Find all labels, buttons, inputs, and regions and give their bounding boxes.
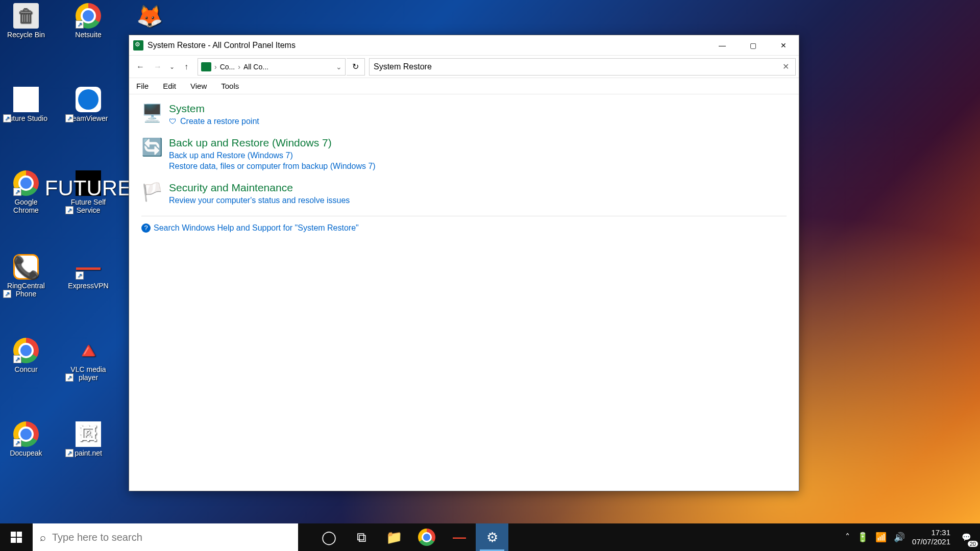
breadcrumb-segment[interactable]: Co... (220, 63, 235, 71)
result-title-backup[interactable]: Back up and Restore (Windows 7) (169, 137, 376, 149)
desktop-icon-google-chrome[interactable]: Google Chrome (3, 170, 49, 214)
shield-icon (169, 117, 178, 126)
menu-edit[interactable]: Edit (160, 80, 179, 92)
backup-icon: 🔄 (141, 137, 163, 158)
taskbar-search[interactable]: ⌕ (33, 523, 298, 551)
minimize-button[interactable]: — (707, 35, 738, 56)
titlebar[interactable]: System Restore - All Control Panel Items… (129, 35, 799, 56)
window-title: System Restore - All Control Panel Items (148, 41, 707, 50)
shortcut-arrow-icon (65, 373, 74, 382)
separator (141, 216, 787, 216)
teamviewer-icon (76, 87, 101, 112)
taskbar-chrome[interactable] (410, 523, 443, 551)
desktop-icon-label: Concur (3, 365, 49, 373)
menu-tools[interactable]: Tools (218, 80, 242, 92)
chevron-right-icon: › (238, 63, 240, 71)
vlc-icon (76, 338, 101, 363)
control-panel-icon (133, 40, 143, 51)
maximize-button[interactable]: ▢ (738, 35, 768, 56)
result-system: 🖥️ System Create a restore point (141, 103, 787, 128)
desktop-icon-label: Google Chrome (3, 198, 49, 214)
shortcut-arrow-icon (13, 355, 21, 363)
nav-toolbar: ← → ⌄ ↑ › Co... › All Co... ⌄ ↻ ✕ (129, 56, 799, 78)
breadcrumb-segment[interactable]: All Co... (243, 63, 268, 71)
future-icon: FUTURE (76, 170, 101, 196)
result-title-security[interactable]: Security and Maintenance (169, 182, 350, 194)
tray-overflow-button[interactable]: ˄ (845, 532, 850, 543)
shortcut-arrow-icon (3, 114, 11, 122)
close-button[interactable]: ✕ (768, 35, 799, 56)
future-studio-icon (13, 87, 39, 112)
ringcentral-icon (13, 254, 39, 280)
shortcut-arrow-icon (13, 439, 21, 447)
menu-bar: File Edit View Tools (129, 78, 799, 94)
notification-count: 20 (968, 541, 978, 547)
battery-icon[interactable]: 🔋 (857, 532, 868, 543)
shortcut-arrow-icon (3, 290, 11, 298)
taskbar-control-panel[interactable]: ⚙ (476, 523, 508, 551)
menu-view[interactable]: View (187, 80, 210, 92)
desktop-icon-ringcentral[interactable]: RingCentral Phone (3, 254, 49, 298)
search-box[interactable]: ✕ (369, 58, 796, 76)
system-icon: 🖥️ (141, 103, 163, 124)
taskbar-file-explorer[interactable]: 📁 (378, 523, 410, 551)
system-tray: ˄ 🔋 📶 🔊 17:31 07/07/2021 💬 20 (845, 528, 980, 546)
shortcut-arrow-icon (65, 206, 74, 214)
chrome-icon (13, 338, 39, 363)
help-search-link[interactable]: ? Search Windows Help and Support for "S… (141, 223, 787, 233)
control-panel-icon (201, 62, 211, 71)
desktop-icon-concur[interactable]: Concur (3, 338, 49, 373)
desktop-icon-docupeak[interactable]: Docupeak (3, 421, 49, 457)
taskbar-expressvpn[interactable]: — (443, 523, 476, 551)
clear-search-button[interactable]: ✕ (780, 62, 791, 71)
shortcut-arrow-icon (76, 271, 84, 280)
desktop-icon-expressvpn[interactable]: ExpressVPN (65, 254, 111, 290)
taskbar-search-input[interactable] (52, 532, 291, 543)
help-icon: ? (141, 223, 151, 233)
task-view-button[interactable]: ⧉ (345, 523, 378, 551)
desktop-icon-paintnet[interactable]: paint.net (65, 421, 111, 457)
desktop-icon-recycle-bin[interactable]: Recycle Bin (3, 3, 49, 39)
desktop-icon-label: Docupeak (3, 449, 49, 457)
cortana-button[interactable]: ◯ (312, 523, 345, 551)
up-button[interactable]: ↑ (178, 59, 194, 75)
refresh-button[interactable]: ↻ (347, 58, 365, 76)
menu-file[interactable]: File (133, 80, 152, 92)
desktop-icon-vlc[interactable]: VLC media player (65, 338, 111, 382)
link-review-status[interactable]: Review your computer's status and resolv… (169, 196, 350, 205)
link-backup-restore[interactable]: Back up and Restore (Windows 7) (169, 151, 376, 160)
time-label: 17:31 (912, 528, 950, 537)
desktop-icon-future-self-service[interactable]: FUTURE Future Self Service (65, 170, 111, 214)
chrome-icon (13, 170, 39, 196)
recent-dropdown[interactable]: ⌄ (167, 59, 177, 75)
address-bar[interactable]: › Co... › All Co... ⌄ (198, 58, 346, 76)
desktop-icon-future-studio[interactable]: Future Studio (3, 87, 49, 122)
chrome-icon (76, 3, 101, 29)
desktop-icon-label: Netsuite (65, 31, 111, 39)
flag-icon: 🏳️ (141, 182, 163, 203)
link-create-restore-point[interactable]: Create a restore point (169, 117, 259, 126)
wifi-icon[interactable]: 📶 (875, 532, 887, 543)
volume-icon[interactable]: 🔊 (894, 532, 905, 543)
chevron-down-icon[interactable]: ⌄ (336, 63, 342, 71)
back-button[interactable]: ← (132, 59, 149, 75)
desktop-icon-firefox[interactable] (127, 3, 173, 31)
shortcut-arrow-icon (65, 449, 74, 457)
forward-button[interactable]: → (150, 59, 166, 75)
desktop-icon-teamviewer[interactable]: TeamViewer (65, 87, 111, 122)
bin-icon (13, 3, 39, 29)
start-button[interactable] (0, 523, 33, 551)
clock[interactable]: 17:31 07/07/2021 (912, 528, 950, 546)
desktop-icon-label: ExpressVPN (65, 282, 111, 290)
action-center-button[interactable]: 💬 20 (958, 529, 975, 546)
shortcut-arrow-icon (13, 188, 21, 196)
result-title-system[interactable]: System (169, 103, 259, 115)
chevron-right-icon: › (214, 63, 217, 71)
desktop-icon-label: Recycle Bin (3, 31, 49, 39)
link-restore-data[interactable]: Restore data, files or computer from bac… (169, 162, 376, 171)
search-input[interactable] (374, 62, 780, 71)
results-pane: 🖥️ System Create a restore point 🔄 Back … (129, 94, 799, 491)
firefox-icon (137, 3, 162, 29)
chrome-icon (13, 421, 39, 447)
desktop-icon-netsuite[interactable]: Netsuite (65, 3, 111, 39)
